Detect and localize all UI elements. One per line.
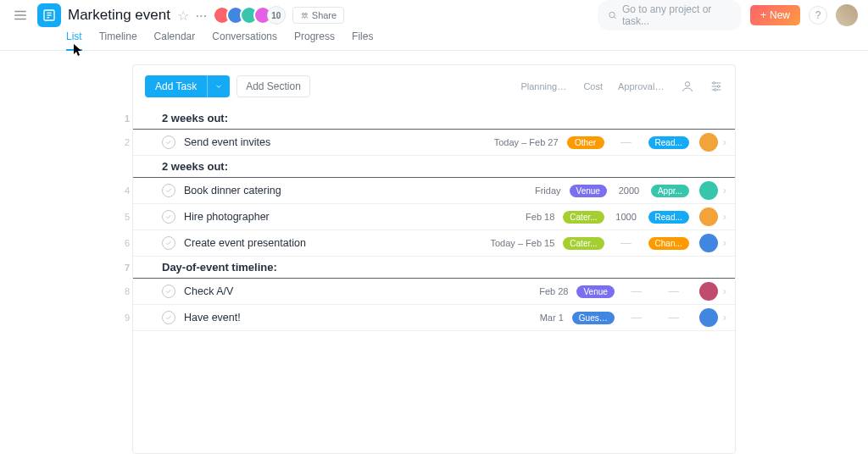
new-button[interactable]: + New: [750, 5, 800, 25]
section-title: 2 weeks out:: [162, 160, 228, 173]
column-header-planning[interactable]: Planning ca...: [520, 81, 568, 91]
task-date[interactable]: Feb 18: [481, 212, 559, 222]
tab-timeline[interactable]: Timeline: [99, 30, 137, 50]
more-actions[interactable]: ···: [196, 9, 208, 22]
tag-pill[interactable]: Appr...: [651, 185, 689, 197]
task-name[interactable]: Hire photographer: [184, 211, 481, 223]
row-number: 2: [114, 137, 130, 147]
assignee-avatar[interactable]: [699, 181, 718, 200]
assignee-avatar[interactable]: [699, 207, 718, 226]
assignee-icon[interactable]: [681, 80, 694, 93]
tag-pill[interactable]: Read...: [648, 136, 689, 149]
task-name[interactable]: Create event presentation: [184, 237, 481, 249]
chevron-right-icon[interactable]: ›: [723, 136, 726, 148]
tab-list[interactable]: List: [66, 30, 82, 51]
row-number: 7: [114, 263, 130, 273]
help-button[interactable]: ?: [809, 6, 827, 25]
svg-point-8: [305, 14, 308, 16]
task-date[interactable]: Feb 28: [495, 286, 573, 296]
member-avatars[interactable]: 10: [218, 6, 286, 25]
chevron-right-icon[interactable]: ›: [723, 312, 726, 324]
tag-pill[interactable]: Cater...: [563, 211, 604, 224]
task-row[interactable]: 9Have event!Mar 1Guest...——›: [133, 305, 735, 331]
complete-checkbox[interactable]: [162, 236, 175, 250]
new-label: New: [770, 9, 790, 21]
task-row[interactable]: 4Book dinner cateringFridayVenue2000Appr…: [133, 178, 735, 204]
row-number: 6: [114, 238, 130, 248]
task-name[interactable]: Check A/V: [184, 285, 495, 297]
search-input[interactable]: Go to any project or task...: [598, 0, 742, 30]
avatar-overflow-count[interactable]: 10: [267, 6, 286, 25]
section-header[interactable]: 2 weeks out:: [133, 156, 735, 178]
row-number: 5: [114, 212, 130, 222]
tag-pill[interactable]: Other: [567, 136, 604, 149]
add-task-button[interactable]: Add Task: [145, 75, 207, 97]
assignee-avatar[interactable]: [699, 234, 718, 252]
cost-cell[interactable]: 2000: [610, 185, 648, 196]
task-date[interactable]: Today – Feb 27: [486, 137, 564, 147]
search-placeholder: Go to any project or task...: [622, 3, 732, 27]
column-header-approval[interactable]: Approval st...: [618, 81, 665, 91]
tag-pill[interactable]: Cater...: [563, 237, 604, 250]
tag-pill[interactable]: Read...: [648, 211, 689, 224]
tab-calendar[interactable]: Calendar: [154, 30, 196, 50]
complete-checkbox[interactable]: [162, 210, 175, 224]
tag-pill[interactable]: Venue: [576, 285, 614, 298]
share-button[interactable]: Share: [292, 7, 344, 24]
chevron-right-icon[interactable]: ›: [723, 185, 726, 196]
project-title[interactable]: Marketing event: [68, 7, 170, 24]
complete-checkbox[interactable]: [162, 285, 175, 298]
tab-conversations[interactable]: Conversations: [212, 30, 277, 50]
svg-point-15: [713, 82, 715, 85]
project-icon: [37, 3, 61, 27]
sidebar-toggle[interactable]: [10, 5, 31, 25]
empty-cell: —: [608, 237, 645, 249]
task-row[interactable]: 6Create event presentationToday – Feb 15…: [133, 230, 735, 257]
assignee-avatar[interactable]: [699, 133, 718, 152]
section-title: Day-of-event timeline:: [162, 261, 277, 274]
tag-pill[interactable]: Venue: [570, 185, 607, 197]
empty-cell: —: [655, 285, 693, 297]
add-section-button[interactable]: Add Section: [236, 75, 310, 97]
svg-point-9: [609, 12, 615, 17]
customize-icon[interactable]: [709, 80, 723, 93]
column-header-cost[interactable]: Cost: [583, 81, 603, 91]
chevron-right-icon[interactable]: ›: [723, 237, 726, 249]
task-row[interactable]: 5Hire photographerFeb 18Cater...1000Read…: [133, 204, 735, 230]
task-name[interactable]: Have event!: [184, 312, 491, 324]
empty-cell: —: [608, 136, 645, 148]
chevron-right-icon[interactable]: ›: [723, 285, 726, 297]
chevron-right-icon[interactable]: ›: [723, 211, 726, 223]
user-avatar[interactable]: [836, 4, 858, 26]
task-date[interactable]: Today – Feb 15: [481, 238, 559, 248]
assignee-avatar[interactable]: [699, 282, 718, 301]
task-name[interactable]: Send event invites: [184, 136, 486, 148]
task-name[interactable]: Book dinner catering: [184, 185, 488, 196]
svg-point-7: [302, 14, 304, 16]
complete-checkbox[interactable]: [162, 135, 175, 149]
tab-progress[interactable]: Progress: [294, 30, 335, 50]
tab-files[interactable]: Files: [352, 30, 373, 50]
tag-pill[interactable]: Guest...: [572, 312, 615, 324]
complete-checkbox[interactable]: [162, 311, 175, 324]
section-title: 2 weeks out:: [162, 112, 228, 124]
tag-pill[interactable]: Chan...: [648, 237, 689, 250]
svg-point-11: [685, 82, 689, 86]
complete-checkbox[interactable]: [162, 184, 175, 197]
row-number: 4: [114, 185, 130, 196]
task-date[interactable]: Mar 1: [491, 312, 569, 323]
add-task-dropdown[interactable]: [207, 75, 230, 97]
empty-cell: —: [655, 312, 693, 324]
svg-point-16: [717, 86, 720, 88]
task-date[interactable]: Friday: [488, 185, 566, 196]
section-header[interactable]: 12 weeks out:: [133, 108, 735, 130]
task-row[interactable]: 8Check A/VFeb 28Venue——›: [133, 279, 735, 305]
task-row[interactable]: 2Send event invitesToday – Feb 27Other—R…: [133, 130, 735, 156]
plus-icon: +: [760, 9, 766, 21]
cost-cell[interactable]: 1000: [608, 212, 645, 222]
section-header[interactable]: 7Day-of-event timeline:: [133, 257, 735, 279]
empty-cell: —: [618, 285, 655, 297]
assignee-avatar[interactable]: [699, 308, 718, 327]
empty-cell: —: [618, 312, 655, 324]
star-icon[interactable]: ☆: [177, 8, 189, 24]
